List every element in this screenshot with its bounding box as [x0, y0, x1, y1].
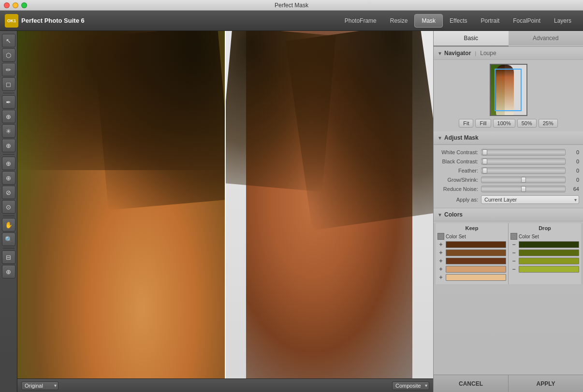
grow-shrink-thumb[interactable] — [521, 177, 526, 183]
brush-tool[interactable]: ✏ — [2, 63, 15, 76]
drop-swatch-3: − — [510, 258, 579, 264]
drop-minus-3-icon[interactable]: − — [510, 258, 517, 264]
eraser-tool[interactable]: ◻ — [2, 77, 15, 91]
right-view-select[interactable]: Composite Original Mask — [392, 381, 429, 390]
canvas-image[interactable] — [17, 31, 433, 378]
right-view-select-wrapper[interactable]: Composite Original Mask — [392, 381, 429, 390]
stamp-tool[interactable]: ⊕ — [2, 110, 15, 123]
colors-section-header[interactable]: ▼ Colors — [434, 208, 583, 221]
nav-tab-resize[interactable]: Resize — [383, 15, 415, 27]
keep-color-set-label: Color Set — [446, 234, 466, 239]
close-button[interactable] — [4, 2, 10, 8]
refine-tool[interactable]: ✳ — [2, 124, 15, 138]
maximize-button[interactable] — [21, 2, 27, 8]
keep-add-5-icon[interactable]: + — [437, 274, 444, 281]
keep-add-2-icon[interactable]: + — [437, 249, 444, 256]
keep-add-1-icon[interactable]: + — [437, 241, 444, 248]
tab-advanced[interactable]: Advanced — [509, 31, 583, 46]
pen-tool[interactable]: ✒ — [2, 95, 15, 109]
apply-button[interactable]: APPLY — [509, 375, 583, 392]
black-contrast-thumb[interactable] — [482, 159, 487, 164]
keep-swatch-dark-brown[interactable] — [446, 241, 506, 248]
drop-minus-2-icon[interactable]: − — [510, 249, 517, 256]
adjust-mask-header[interactable]: ▼ Adjust Mask — [434, 131, 583, 145]
eyedropper-tool[interactable]: ⊘ — [2, 186, 15, 199]
left-view-select-wrapper[interactable]: Original Mask Composite — [21, 381, 58, 390]
nav-tab-photoframe[interactable]: PhotoFrame — [338, 15, 383, 27]
colors-arrow-icon: ▼ — [437, 212, 442, 217]
zoom-buttons: Fit Fill 100% 50% 25% — [437, 119, 579, 128]
panel-footer: CANCEL APPLY — [434, 375, 583, 392]
canvas-area: Original Mask Composite Composite Origin… — [17, 31, 433, 392]
colors-section: ▼ Colors Keep Color Set — [434, 208, 583, 284]
nav-tab-layers[interactable]: Layers — [547, 15, 578, 27]
keep-swatch-light-brown[interactable] — [446, 258, 506, 264]
black-contrast-slider[interactable] — [481, 158, 566, 165]
zoom-fit-button[interactable]: Fit — [459, 119, 473, 128]
drop-swatch-medium-green[interactable] — [519, 249, 579, 256]
navigator-selection-box — [495, 69, 522, 111]
feather-row: Feather: 0 — [437, 167, 579, 174]
reduce-noise-slider[interactable] — [481, 186, 566, 192]
drop-color-set-icon — [510, 233, 517, 240]
zoom-tool[interactable]: ⊕ — [2, 171, 15, 185]
drop-swatch-dark-green[interactable] — [519, 241, 579, 248]
grow-shrink-slider[interactable] — [481, 176, 566, 183]
keep-swatch-medium-brown[interactable] — [446, 249, 506, 256]
select-tool[interactable]: ↖ — [2, 34, 15, 47]
keep-swatch-skin-light[interactable] — [446, 274, 506, 281]
feather-slider[interactable] — [481, 167, 566, 174]
white-contrast-thumb[interactable] — [482, 149, 487, 155]
main-layout: ↖ ⬡ ✏ ◻ ✒ ⊕ ✳ ⊕ ⊕ ⊕ ⊘ ⊙ ✋ 🔍 ⊟ ⊕ — [0, 31, 583, 392]
drop-swatch-yellow-green[interactable] — [519, 266, 579, 273]
cancel-button[interactable]: CANCEL — [434, 375, 508, 392]
settings-tool[interactable]: ⊕ — [2, 265, 15, 278]
black-contrast-row: Black Contrast: 0 — [437, 158, 579, 165]
reduce-noise-thumb[interactable] — [521, 186, 526, 192]
tab-basic[interactable]: Basic — [434, 31, 509, 46]
white-contrast-label: White Contrast: — [437, 149, 481, 155]
black-contrast-value: 0 — [566, 159, 579, 164]
layers-tool[interactable]: ⊟ — [2, 250, 15, 264]
nav-tab-mask[interactable]: Mask — [414, 14, 443, 28]
canvas-bottom-bar: Original Mask Composite Composite Origin… — [17, 378, 433, 392]
keep-swatch-skin[interactable] — [446, 266, 506, 273]
keep-column: Keep Color Set + — [436, 223, 508, 284]
drop-swatch-2: − — [510, 249, 579, 256]
canvas-divider[interactable] — [225, 31, 226, 378]
apply-as-row: Apply as: Current Layer New Layer Mask — [437, 195, 579, 204]
lasso-tool[interactable]: ⬡ — [2, 48, 15, 62]
zoom-25-button[interactable]: 25% — [539, 119, 558, 128]
keep-add-3-icon[interactable]: + — [437, 258, 444, 264]
drop-swatch-olive[interactable] — [519, 258, 579, 264]
zoom-fill-button[interactable]: Fill — [475, 119, 491, 128]
apply-as-select[interactable]: Current Layer New Layer Mask — [481, 195, 579, 204]
nav-tab-effects[interactable]: Effects — [443, 15, 474, 27]
drop-minus-4-icon[interactable]: − — [510, 266, 517, 273]
drop-column: Drop Color Set − — [509, 223, 581, 284]
loupe-label[interactable]: Loupe — [480, 50, 496, 57]
feather-value: 0 — [566, 168, 579, 174]
white-contrast-slider[interactable] — [481, 149, 566, 156]
apply-as-select-wrapper[interactable]: Current Layer New Layer Mask — [481, 195, 579, 204]
navigator-section-header[interactable]: ▼ Navigator | Loupe — [434, 47, 583, 60]
move-tool[interactable]: ⊕ — [2, 157, 15, 170]
keep-swatch-3: + — [437, 258, 506, 264]
zoom-50-button[interactable]: 50% — [517, 119, 537, 128]
titlebar: Perfect Mask — [0, 0, 583, 11]
minimize-button[interactable] — [13, 2, 18, 8]
smudge-tool[interactable]: ⊕ — [2, 139, 15, 152]
drop-color-set-row: Color Set — [510, 233, 579, 240]
magnify-tool[interactable]: 🔍 — [2, 232, 15, 246]
reduce-noise-row: Reduce Noise: 64 — [437, 186, 579, 192]
nav-tab-focalpoint[interactable]: FocalPoint — [506, 15, 547, 27]
navigator-thumbnail[interactable] — [490, 64, 527, 116]
paint-tool[interactable]: ⊙ — [2, 200, 15, 214]
zoom-100-button[interactable]: 100% — [493, 119, 515, 128]
keep-add-4-icon[interactable]: + — [437, 266, 444, 273]
drop-minus-1-icon[interactable]: − — [510, 241, 517, 248]
left-view-select[interactable]: Original Mask Composite — [21, 381, 58, 390]
nav-tab-portrait[interactable]: Portrait — [474, 15, 507, 27]
feather-thumb[interactable] — [482, 168, 487, 174]
hand-tool[interactable]: ✋ — [2, 218, 15, 232]
